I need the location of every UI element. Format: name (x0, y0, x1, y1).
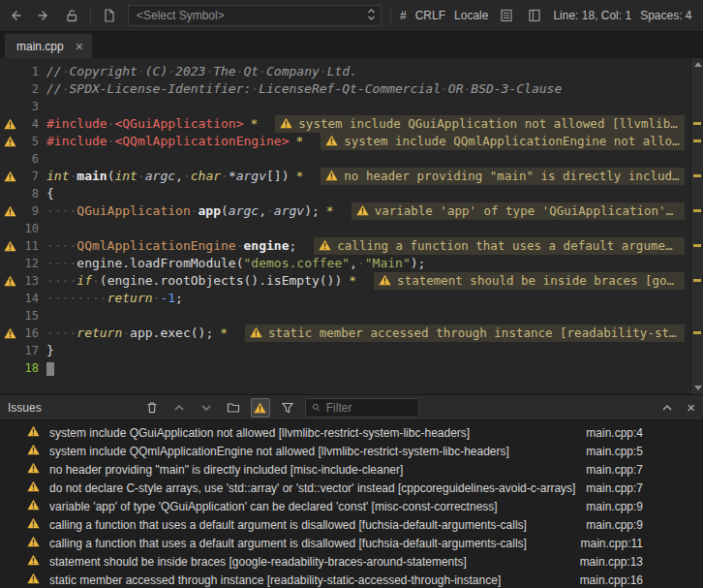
filter-input[interactable] (326, 401, 413, 415)
issue-row[interactable]: static member accessed through instance … (0, 571, 703, 588)
code-token: ( (236, 256, 244, 270)
code-line[interactable]: 12····engine.loadFromModule("demos.coffe… (0, 255, 690, 272)
code-line[interactable]: 5#include·<QQmlApplicationEngine>*system… (0, 133, 690, 150)
line-number: 11 (19, 237, 39, 255)
code-token: engine (244, 238, 290, 253)
code-line[interactable]: 8{ (0, 185, 690, 202)
next-item-icon[interactable] (197, 398, 216, 418)
code-line[interactable]: 3 (0, 98, 690, 115)
code-token: argc (229, 203, 259, 218)
scrollbar-warning-mark (693, 209, 701, 212)
code-token: ; (289, 238, 296, 253)
back-button[interactable] (6, 6, 25, 25)
code-line[interactable]: 4#include·<QGuiApplication>*system inclu… (0, 115, 690, 133)
line-ending-button[interactable]: CRLF (415, 9, 445, 22)
issue-row[interactable]: system include QGuiApplication not allow… (0, 423, 703, 442)
warning-icon (27, 462, 40, 477)
warning-icon (27, 554, 40, 569)
code-line[interactable]: 6 (0, 150, 690, 168)
symbol-selector[interactable]: <Select Symbol> (128, 5, 382, 26)
close-panel-icon[interactable]: × (687, 400, 695, 415)
issue-row[interactable]: do not declare C-style arrays, use 'std:… (0, 479, 703, 497)
line-number: 2 (19, 80, 39, 98)
code-line[interactable]: 16····return·app.exec();*static member a… (0, 325, 690, 342)
scrollbar-down-arrow[interactable] (694, 386, 702, 390)
annotation-text: statement should be inside braces [googl… (397, 273, 685, 288)
annotation-text: calling a function that uses a default a… (337, 238, 685, 253)
code-token: main (76, 169, 107, 183)
code-line[interactable]: 17} (0, 342, 690, 359)
warning-icon (27, 536, 40, 550)
unlock-icon[interactable] (62, 6, 81, 25)
hash-button[interactable]: # (400, 9, 407, 22)
whitespace-dots: · (62, 64, 70, 78)
code-token: app (199, 203, 221, 218)
collapse-panel-icon[interactable] (657, 398, 677, 418)
code-line[interactable]: 15 (0, 307, 690, 325)
editor-settings-icon[interactable] (497, 6, 516, 25)
code-editor[interactable]: 1//·Copyright·(C)·2023·The·Qt·Company·Lt… (0, 58, 703, 394)
code-line[interactable]: 7int·main(int·argc,·char·*argv[])*no hea… (0, 168, 690, 185)
issue-row[interactable]: system include QQmlApplicationEngine not… (0, 442, 703, 460)
filter-categories-icon[interactable] (278, 398, 297, 418)
code-line[interactable]: 9····QGuiApplication·app(argc,·argv);*va… (0, 202, 690, 220)
code-token: argc (145, 169, 175, 183)
code-token: · (236, 238, 244, 253)
whitespace-dots: · (191, 203, 199, 218)
code-token: ); (304, 203, 320, 218)
encoding-button[interactable]: Locale (454, 9, 488, 22)
code-token: //·Copyright·(C)·2023·The·Qt·Company·Ltd… (46, 64, 357, 78)
code-text: #include·<QGuiApplication>* (46, 115, 258, 133)
line-number: 6 (19, 150, 39, 168)
tab-main-cpp[interactable]: main.cpp × (5, 34, 92, 58)
code-token: ()) (320, 273, 342, 288)
line-number: 5 (19, 133, 39, 150)
cursor-position-label[interactable]: Line: 18, Col: 1 (553, 9, 631, 22)
fixit-marker-icon: * (220, 325, 228, 340)
code-token: return (76, 325, 122, 340)
issue-row[interactable]: variable 'app' of type 'QGuiApplication'… (0, 497, 703, 515)
issue-text: variable 'app' of type 'QGuiApplication'… (49, 500, 576, 513)
scrollbar-up-arrow[interactable] (694, 62, 702, 67)
code-line[interactable]: 10 (0, 220, 690, 237)
code-token: #include·<QQmlApplicationEngine> (46, 134, 289, 148)
code-token: (); (191, 325, 213, 340)
code-line[interactable]: 18 (0, 359, 690, 377)
line-number: 14 (19, 290, 39, 307)
code-line[interactable]: 11····QQmlApplicationEngine·engine;calli… (0, 237, 690, 255)
expand-folder-icon[interactable] (224, 398, 243, 418)
code-token: char (191, 169, 221, 183)
whitespace-dots: · (266, 203, 274, 218)
whitespace-dots: · (183, 169, 191, 183)
forward-button[interactable] (34, 6, 53, 25)
issues-panel: Issues (0, 394, 703, 588)
editor-scrollbar[interactable] (690, 58, 703, 394)
inline-annotation: statement should be inside braces [googl… (374, 272, 685, 290)
whitespace-dots: · (138, 64, 145, 78)
code-token: engine. (76, 256, 130, 270)
issue-row[interactable]: no header providing "main" is directly i… (0, 460, 703, 479)
whitespace-dots: · (205, 64, 213, 78)
warning-icon (27, 480, 40, 495)
issue-text: statement should be inside braces [googl… (49, 555, 570, 569)
code-line[interactable]: 2//·SPDX-License-Identifier:·LicenseRef-… (0, 80, 690, 98)
code-token: { (46, 186, 54, 201)
issue-row[interactable]: statement should be inside braces [googl… (0, 552, 703, 571)
issue-row[interactable]: calling a function that uses a default a… (0, 515, 703, 534)
issue-row[interactable]: calling a function that uses a default a… (0, 534, 703, 552)
tab-close-icon[interactable]: × (76, 40, 83, 53)
show-warnings-toggle[interactable] (251, 398, 270, 418)
code-token: exec (160, 325, 190, 340)
code-line[interactable]: 14········return·-1; (0, 290, 690, 307)
previous-item-icon[interactable] (169, 398, 189, 418)
indentation-label[interactable]: Spaces: 4 (640, 9, 691, 22)
fixit-marker-icon: * (251, 116, 259, 131)
code-line[interactable]: 1//·Copyright·(C)·2023·The·Qt·Company·Lt… (0, 63, 690, 80)
clear-issues-icon[interactable] (142, 398, 162, 418)
code-token: · (122, 325, 130, 340)
issues-filter[interactable] (305, 398, 419, 418)
code-line[interactable]: 13····if·(engine.rootObjects().isEmpty()… (0, 272, 690, 290)
outline-icon[interactable] (525, 6, 544, 25)
inline-annotation: variable 'app' of type 'QGuiApplication'… (352, 202, 685, 220)
issue-text: calling a function that uses a default a… (49, 518, 576, 532)
